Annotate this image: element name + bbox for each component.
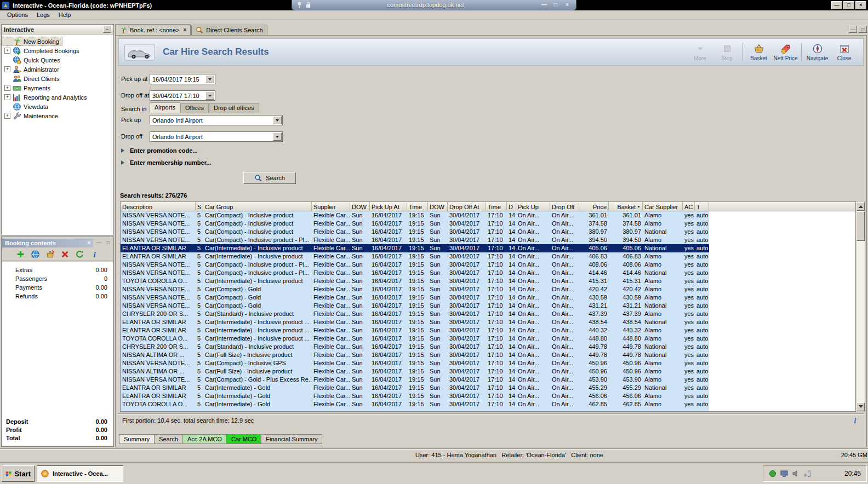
menu-options[interactable]: Options <box>3 11 32 19</box>
delete-icon[interactable] <box>60 250 70 259</box>
result-row[interactable]: TOYOTA COROLLA O...5Car(Intermediate) - … <box>121 277 709 285</box>
result-row[interactable]: NISSAN VERSA NOTE...5Car(Compact) - Incl… <box>121 269 709 277</box>
result-row[interactable]: NISSAN ALTIMA OR ...5Car(Full Size) - In… <box>121 367 709 376</box>
sheet-tab-search[interactable]: Search <box>155 434 183 444</box>
column-header-ac[interactable]: AC <box>683 202 695 211</box>
dropoff-location-select[interactable]: Orlando Intl Airport <box>150 131 283 142</box>
dock-minimize-icon[interactable]: — <box>95 239 102 246</box>
info-icon[interactable]: i <box>850 416 860 425</box>
column-header-pick-up-at[interactable]: Pick Up At <box>370 202 407 211</box>
column-header-time-pickup[interactable]: Time <box>407 202 428 211</box>
sidebar-item-quick-quotes[interactable]: Quick Quotes <box>2 55 64 65</box>
expand-icon[interactable]: + <box>4 48 10 54</box>
result-row[interactable]: NISSAN VERSA NOTE...5Car(Compact) - Gold… <box>121 293 709 302</box>
column-header-s[interactable]: S <box>196 202 203 211</box>
sheet-tab-summary[interactable]: Summary <box>119 434 155 444</box>
sidebar-item-administrator[interactable]: +Administrator <box>2 65 62 74</box>
result-row[interactable]: NISSAN VERSA NOTE...5Car(Compact) - Gold… <box>121 302 709 310</box>
result-row[interactable]: NISSAN VERSA NOTE...5Car(Compact) - Incl… <box>121 359 709 367</box>
tab-book-ref-none[interactable]: Book. ref.: <none>× <box>115 24 191 35</box>
dropoff-at-input[interactable]: 30/04/2017 17:10 <box>150 90 215 101</box>
column-header-drop-off[interactable]: Drop Off <box>550 202 579 211</box>
column-header-time-dropoff[interactable]: Time <box>486 202 507 211</box>
refresh-icon[interactable] <box>75 250 84 259</box>
sheet-tab-acc-2a-mco[interactable]: Acc 2A MCO <box>183 434 227 444</box>
column-header-drop-off-at[interactable]: Drop Off At <box>448 202 486 211</box>
close-tab-icon[interactable]: × <box>184 27 187 33</box>
result-row[interactable]: CHRYSLER 200 OR S...5Car(Standard) - Inc… <box>121 343 709 351</box>
close-panel-icon[interactable]: × <box>87 240 90 246</box>
result-row[interactable]: ELANTRA OR SIMILAR5Car(Intermediate) - G… <box>121 392 709 400</box>
result-row[interactable]: TOYOTA COROLLA O...5Car(Intermediate) - … <box>121 335 709 343</box>
mdi-restore-icon[interactable]: □ <box>859 26 867 33</box>
result-row[interactable]: ELANTRA OR SIMILAR5Car(Intermediate) - I… <box>121 318 709 326</box>
dropoff-location-dropdown-icon[interactable] <box>273 132 282 141</box>
result-row[interactable]: TOYOTA COROLLA O...5Car(Intermediate) - … <box>121 400 709 408</box>
tray-network-icon[interactable] <box>803 470 811 477</box>
sidebar-item-maintenance[interactable]: +Maintenance <box>2 111 61 120</box>
result-row[interactable]: NISSAN VERSA NOTE...5Car(Compact) - Incl… <box>121 211 709 220</box>
action-nett-price[interactable]: Nett Price <box>772 42 799 62</box>
tray-status-icon[interactable] <box>769 470 776 477</box>
basket-add-icon[interactable] <box>45 250 55 259</box>
search-in-tab-airports[interactable]: Airports <box>150 102 180 113</box>
result-row[interactable]: NISSAN VERSA NOTE...5Car(Compact) - Incl… <box>121 220 709 228</box>
search-button[interactable]: Search <box>243 172 296 184</box>
taskbar-item-interactive[interactable]: Interactive - Ocea... <box>37 465 123 482</box>
sidebar-item-viewdata[interactable]: Viewdata <box>2 102 52 111</box>
menu-help[interactable]: Help <box>54 11 76 19</box>
column-header-dow-dropoff[interactable]: DOW <box>428 202 448 211</box>
search-in-tab-drop-off-offices[interactable]: Drop off offices <box>209 103 259 113</box>
pickup-location-select[interactable]: Orlando Intl Airport <box>150 115 283 125</box>
sheet-tab-car-mco[interactable]: Car MCO <box>227 434 261 444</box>
minimize-icon[interactable]: — <box>831 1 842 9</box>
result-row[interactable]: ELANTRA OR SIMILAR5Car(Intermediate) - I… <box>121 326 709 335</box>
sidebar-item-reporting-and-analytics[interactable]: +Reporting and Analytics <box>2 93 90 102</box>
column-header-car-group[interactable]: Car Group <box>203 202 312 211</box>
info-icon[interactable]: i <box>90 250 99 259</box>
column-header-days[interactable]: D <box>507 202 516 211</box>
scroll-up-icon[interactable] <box>856 202 865 211</box>
tray-volume-icon[interactable] <box>792 470 800 477</box>
sidebar-item-direct-clients[interactable]: Direct Clients <box>2 74 62 83</box>
mdi-minimize-icon[interactable]: — <box>849 26 857 33</box>
close-icon[interactable]: × <box>855 1 866 9</box>
sidebar-item-new-booking[interactable]: New Booking <box>2 37 62 46</box>
result-row[interactable]: ELANTRA OR SIMILAR5Car(Intermediate) - I… <box>121 252 709 261</box>
rdp-minimize-icon[interactable]: — <box>540 1 549 9</box>
scroll-down-icon[interactable] <box>856 402 865 411</box>
result-row[interactable]: ELANTRA OR SIMILAR5Car(Intermediate) - G… <box>121 384 709 392</box>
rdp-restore-icon[interactable]: □ <box>551 1 560 9</box>
result-row[interactable]: NISSAN VERSA NOTE...5Car(Compact) - Gold… <box>121 285 709 293</box>
column-header-dow-pickup[interactable]: DOW <box>350 202 370 211</box>
sidebar-item-completed-bookings[interactable]: +Completed Bookings <box>2 46 83 55</box>
collapse-panel-icon[interactable]: − <box>103 26 111 33</box>
result-row[interactable]: ELANTRA OR SIMILAR5Car(Intermediate) - I… <box>121 244 709 252</box>
sheet-tab-financial-summary[interactable]: Financial Summary <box>261 434 322 444</box>
action-basket[interactable]: Basket <box>745 42 772 62</box>
dropoff-at-dropdown-icon[interactable] <box>205 91 214 100</box>
expand-icon[interactable]: + <box>4 94 10 100</box>
action-close[interactable]: Close <box>831 42 858 62</box>
scrollbar-thumb[interactable] <box>856 211 865 241</box>
tray-display-icon[interactable] <box>780 470 788 477</box>
result-row[interactable]: NISSAN VERSA NOTE...5Car(Compact) - Incl… <box>121 228 709 236</box>
dock-restore-icon[interactable]: □ <box>105 239 112 246</box>
expand-icon[interactable]: + <box>4 66 10 72</box>
promotion-code-expander[interactable]: Enter promotion code... <box>121 147 197 154</box>
result-row[interactable]: NISSAN VERSA NOTE...5Car(Compact) - Gold… <box>121 376 709 384</box>
pin-icon[interactable] <box>296 1 302 9</box>
result-row[interactable]: NISSAN ALTIMA OR ...5Car(Full Size) - In… <box>121 351 709 359</box>
pickup-at-input[interactable]: 16/04/2017 19:15 <box>150 74 215 84</box>
column-header-pick-up[interactable]: Pick Up <box>516 202 550 211</box>
pickup-at-dropdown-icon[interactable] <box>205 75 214 83</box>
vertical-scrollbar[interactable] <box>856 201 865 412</box>
start-button[interactable]: Start <box>2 465 35 482</box>
booking-contents-caption[interactable]: Booking contents × <box>2 239 93 247</box>
membership-number-expander[interactable]: Enter membership number... <box>121 159 212 166</box>
expand-icon[interactable]: + <box>4 85 10 91</box>
column-header-car-supplier[interactable]: Car Supplier <box>643 202 683 211</box>
result-row[interactable]: NISSAN VERSA NOTE...5Car(Compact) - Incl… <box>121 236 709 244</box>
column-header-description[interactable]: Description <box>121 202 196 211</box>
add-icon[interactable] <box>16 250 25 259</box>
